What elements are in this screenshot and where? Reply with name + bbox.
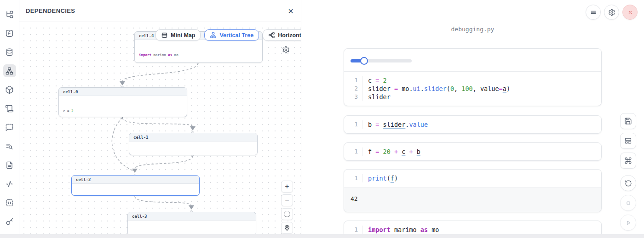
sidebar-item-functions[interactable] <box>3 27 16 40</box>
notebook-cell-slider[interactable]: 1c = 2 2slider = mo.ui.slider(0, 100, va… <box>344 48 602 106</box>
code-editor[interactable]: 1c = 2 2slider = mo.ui.slider(0, 100, va… <box>344 72 601 106</box>
node-label: cell-2 <box>72 176 199 184</box>
fit-view-icon <box>284 211 290 217</box>
sidebar-item-file-tree[interactable] <box>3 8 16 21</box>
vertical-tree-button[interactable]: Vertical Tree <box>204 29 259 41</box>
sidebar-item-documentation[interactable] <box>3 159 16 171</box>
minus-icon: − <box>285 196 289 204</box>
stop-icon <box>625 199 632 207</box>
notebook-side-actions <box>620 113 636 169</box>
play-icon <box>625 219 632 227</box>
fit-view-button[interactable] <box>281 208 293 220</box>
graph-node-cell-3[interactable]: cell-3 print(f) <box>127 212 256 236</box>
menu-icon <box>590 9 597 16</box>
run-button[interactable] <box>620 215 636 231</box>
gear-icon <box>282 46 290 54</box>
sidebar-icon-rail <box>0 0 19 238</box>
function-square-icon <box>5 29 14 38</box>
code-line: slider <box>362 93 391 101</box>
panel-title: DEPENDENCIES <box>26 7 75 14</box>
list-search-icon <box>5 142 14 151</box>
zoom-out-button[interactable]: − <box>281 194 293 206</box>
cell-output-slider <box>344 49 601 72</box>
save-icon <box>624 117 632 125</box>
sidebar-item-packages[interactable] <box>3 83 16 96</box>
notebook-area: debugging.py 1c = 2 2slider = mo.ui.slid… <box>301 0 644 238</box>
graph-node-cell-2[interactable]: cell-2 f = 20 + c + b <box>71 175 200 196</box>
code-editor[interactable]: 1b = slider.value <box>344 116 601 133</box>
graph-zoom-controls: + − <box>281 181 293 234</box>
mini-map-button[interactable]: Mini Map <box>155 29 201 41</box>
scroll-icon <box>5 104 14 113</box>
notebook-menu-button[interactable] <box>586 5 601 20</box>
notebook-cell-b[interactable]: 1b = slider.value <box>344 115 602 134</box>
dependency-graph-canvas[interactable]: Mini Map Vertical Tree Horizontal Tree <box>19 22 301 238</box>
undo-button[interactable] <box>620 175 636 191</box>
notebook-settings-button[interactable] <box>604 5 619 20</box>
sidebar-item-tracing[interactable] <box>3 177 16 190</box>
marimo-app: DEPENDENCIES × Mini Map Vertical Tree Ho… <box>0 0 644 238</box>
code-line: f = 20 + c + b <box>362 147 420 156</box>
graph-node-cell-0[interactable]: cell-0 c = 2 slider = mo.ui.slider(0, 10… <box>58 87 187 117</box>
shutdown-button[interactable] <box>622 5 638 20</box>
dependencies-panel: DEPENDENCIES × Mini Map Vertical Tree Ho… <box>19 0 301 238</box>
code-editor[interactable]: 1f = 20 + c + b <box>344 143 601 160</box>
sidebar-item-ai-chat[interactable] <box>3 121 16 134</box>
code-square-dashed-icon <box>5 198 14 207</box>
command-palette-button[interactable] <box>620 153 636 169</box>
dependency-graph-icon <box>5 67 14 75</box>
sidebar-item-datasources[interactable] <box>3 45 16 58</box>
command-icon <box>624 157 632 164</box>
mini-map-icon <box>161 32 168 39</box>
code-line: c = 2 <box>362 76 387 85</box>
line-number: 2 <box>344 85 362 93</box>
code-line: print(f) <box>362 174 398 182</box>
notebook-filename: debugging.py <box>344 26 602 33</box>
code-line: b = slider.value <box>362 120 428 129</box>
horizontal-tree-button[interactable]: Horizontal Tree <box>263 29 301 41</box>
gear-icon <box>608 9 615 16</box>
horizontal-tree-label: Horizontal Tree <box>278 32 301 39</box>
graph-settings-button[interactable] <box>282 46 290 54</box>
code-editor[interactable]: 1print(f) <box>344 170 601 187</box>
code-line: import marimo as mo <box>362 226 439 234</box>
sidebar-item-logs[interactable] <box>3 102 16 115</box>
mini-map-label: Mini Map <box>171 32 195 39</box>
vertical-tree-icon <box>210 32 217 39</box>
layout-toggle-button[interactable] <box>620 133 636 149</box>
zoom-in-button[interactable]: + <box>281 181 293 193</box>
save-button[interactable] <box>620 113 636 129</box>
node-label: cell-1 <box>129 133 257 142</box>
line-number: 1 <box>344 147 362 156</box>
file-text-icon <box>5 161 14 170</box>
chat-bubble-dashed-icon <box>5 123 14 132</box>
notebook-run-controls <box>620 175 636 231</box>
key-icon <box>5 217 14 226</box>
slider-thumb[interactable] <box>360 57 368 65</box>
close-panel-button[interactable]: × <box>288 6 293 16</box>
notebook-cells: 1c = 2 2slider = mo.ui.slider(0, 100, va… <box>344 48 602 238</box>
file-tree-icon <box>5 10 14 19</box>
sidebar-item-snippets[interactable] <box>3 196 16 209</box>
database-icon <box>5 48 14 57</box>
ui-slider[interactable] <box>351 59 412 62</box>
graph-view-toolbar: Mini Map Vertical Tree Horizontal Tree <box>155 29 301 41</box>
graph-node-cell-1[interactable]: cell-1 b = slider.value <box>129 133 258 155</box>
node-code: import marimo as mo a = 20 <box>135 40 262 63</box>
undo-icon <box>625 180 632 187</box>
sidebar-item-find-in-logs[interactable] <box>3 140 16 153</box>
center-node-button[interactable] <box>281 222 293 234</box>
sidebar-item-secrets[interactable] <box>3 215 16 228</box>
vertical-tree-label: Vertical Tree <box>219 32 253 39</box>
notebook-cell-print[interactable]: 1print(f) 42 <box>344 169 602 212</box>
notebook-cell-f[interactable]: 1f = 20 + c + b <box>344 142 602 161</box>
plus-icon: + <box>285 182 289 191</box>
stop-button[interactable] <box>620 195 636 211</box>
sidebar-item-dependency-graph[interactable] <box>3 64 16 77</box>
line-number: 1 <box>344 226 362 234</box>
activity-pulse-icon <box>5 180 14 188</box>
node-label: cell-3 <box>128 212 256 221</box>
close-x-icon <box>627 9 634 16</box>
code-line: slider = mo.ui.slider(0, 100, value=a) <box>362 85 510 93</box>
package-box-icon <box>5 85 14 94</box>
